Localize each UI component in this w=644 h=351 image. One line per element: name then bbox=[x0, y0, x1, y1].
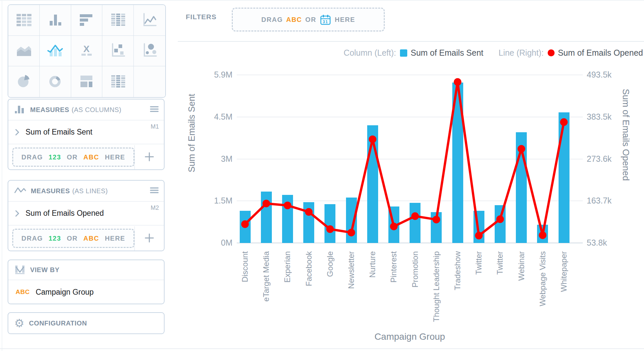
chart-line-point[interactable]: Google bbox=[326, 225, 334, 233]
bottom-border bbox=[0, 348, 644, 349]
measure-label: Sum of Emails Sent bbox=[25, 128, 92, 137]
chart-line-point[interactable]: eTarget Media bbox=[263, 200, 270, 207]
chevron-right-icon[interactable] bbox=[15, 128, 20, 136]
chart-line-point[interactable]: Nurture bbox=[369, 136, 376, 143]
chart-line-point[interactable]: Twitter bbox=[475, 232, 483, 239]
table-icon bbox=[14, 11, 34, 30]
measure-badge: M1 bbox=[151, 123, 159, 130]
measures-columns-drop-row: DRAG 123 OR ABC HERE bbox=[8, 144, 164, 170]
plot-area: DiscounteTarget MediaExperianFacebookGoo… bbox=[237, 75, 583, 243]
column-series-swatch bbox=[400, 49, 407, 57]
chart-line-point[interactable]: Twitter bbox=[496, 215, 504, 223]
legend-column-series: Sum of Emails Sent bbox=[411, 48, 483, 58]
chart-type-bar-chart[interactable] bbox=[71, 5, 103, 36]
chart-line-point[interactable]: Promotion bbox=[411, 212, 419, 220]
column-measure-icon bbox=[14, 104, 25, 115]
drop-word-drag: DRAG bbox=[261, 16, 283, 24]
chart-type-xy-chart[interactable]: X bbox=[71, 36, 103, 67]
x-axis-label: Twitter bbox=[495, 251, 505, 275]
measures-columns-header[interactable]: MEASURES (AS COLUMNS) bbox=[8, 99, 164, 120]
pivot-table-icon bbox=[108, 11, 128, 30]
hamburger-icon[interactable] bbox=[150, 106, 159, 114]
drop-word-here: HERE bbox=[105, 153, 125, 161]
measures-lines-header[interactable]: MEASURES (AS LINES) bbox=[8, 181, 164, 202]
gear-icon: ⚙ bbox=[14, 318, 24, 329]
filters-dropzone[interactable]: DRAG ABC OR 31 HERE bbox=[232, 8, 385, 31]
panel-subtitle: (AS LINES) bbox=[72, 187, 108, 195]
chevron-right-icon[interactable] bbox=[15, 209, 20, 217]
chart-type-blank[interactable] bbox=[134, 66, 165, 97]
chart-type-pie-chart[interactable] bbox=[8, 66, 40, 97]
chart-type-scatter-plot[interactable] bbox=[102, 36, 134, 67]
x-axis-label: Experian bbox=[282, 251, 292, 283]
right-axis-tick: 273.6k bbox=[587, 154, 640, 164]
legend-line-label: Line (Right): bbox=[499, 48, 544, 58]
chart-type-combo-chart[interactable] bbox=[40, 36, 71, 67]
x-axis-title: Campaign Group bbox=[237, 331, 583, 342]
area-chart-icon bbox=[14, 41, 34, 60]
left-axis-tick: 4.5M bbox=[178, 112, 232, 122]
add-measure-button[interactable] bbox=[134, 145, 164, 169]
chart-line-point[interactable]: Whitepaper bbox=[560, 118, 568, 126]
chart-type-donut-chart[interactable] bbox=[40, 66, 71, 97]
chart-line-point[interactable]: Webpage Visits bbox=[539, 231, 546, 239]
xy-chart-icon: X bbox=[76, 41, 96, 60]
configuration-header[interactable]: ⚙ CONFIGURATION bbox=[8, 313, 164, 333]
measures-lines-dropzone[interactable]: DRAG 123 OR ABC HERE bbox=[12, 229, 134, 248]
drop-word-here: HERE bbox=[105, 235, 125, 242]
x-axis-label: Facebook bbox=[304, 251, 314, 286]
chart-legend: Column (Left): Sum of Emails Sent Line (… bbox=[344, 48, 643, 58]
measures-lines-panel: MEASURES (AS LINES) Sum of Emails Opened… bbox=[8, 180, 165, 251]
view-by-label: Campaign Group bbox=[36, 288, 94, 297]
text-field-tag: ABC bbox=[83, 235, 99, 242]
chart-line-point[interactable]: Discount bbox=[241, 220, 249, 228]
chart-type-line-chart[interactable] bbox=[134, 5, 165, 36]
view-by-icon bbox=[14, 264, 25, 276]
chart-line-point[interactable]: Thought Leadership bbox=[432, 216, 440, 223]
add-measure-button[interactable] bbox=[134, 226, 164, 251]
measure-item-emails-opened[interactable]: Sum of Emails Opened M2 bbox=[8, 202, 164, 225]
x-axis-label: Newsletter bbox=[346, 251, 356, 289]
view-by-item-campaign-group[interactable]: ABC Campaign Group bbox=[8, 280, 164, 304]
chart-line-point[interactable]: Tradeshow bbox=[454, 78, 462, 86]
hamburger-icon[interactable] bbox=[150, 187, 159, 195]
left-axis-tick: 3M bbox=[178, 154, 232, 164]
x-axis-label: Twitter bbox=[473, 251, 484, 275]
chart-line-point[interactable]: Pinterest bbox=[390, 223, 398, 230]
measure-label: Sum of Emails Opened bbox=[25, 209, 104, 218]
left-axis-tick: 5.9M bbox=[178, 70, 232, 80]
chart-line-point[interactable]: Webinar bbox=[518, 145, 525, 153]
chart-line-point[interactable]: Facebook bbox=[305, 208, 313, 216]
text-field-tag: ABC bbox=[83, 153, 99, 161]
x-axis-label: Webpage Visits bbox=[537, 251, 548, 306]
measures-columns-dropzone[interactable]: DRAG 123 OR ABC HERE bbox=[12, 147, 134, 167]
view-by-header[interactable]: VIEW BY bbox=[8, 260, 164, 280]
numeric-field-tag: 123 bbox=[49, 235, 61, 242]
calendar-31-icon: 31 bbox=[320, 14, 331, 25]
chart-type-layout-chart[interactable] bbox=[71, 66, 103, 97]
line-series: DiscounteTarget MediaExperianFacebookGoo… bbox=[237, 75, 583, 243]
drop-word-or: OR bbox=[67, 153, 78, 161]
text-field-tag: ABC bbox=[286, 16, 302, 24]
x-axis-label: Thought Leadership bbox=[431, 251, 441, 322]
chart-type-bubble-chart[interactable] bbox=[134, 36, 165, 67]
x-axis-label: Pinterest bbox=[388, 251, 399, 283]
line-path bbox=[245, 82, 564, 236]
chart-type-column-chart[interactable] bbox=[40, 5, 71, 36]
chart-type-data-table[interactable] bbox=[102, 66, 134, 97]
chart-type-area-chart[interactable] bbox=[8, 36, 40, 67]
plus-icon bbox=[144, 151, 155, 163]
svg-text:31: 31 bbox=[323, 19, 328, 24]
chart-type-pivot-table[interactable] bbox=[102, 5, 134, 36]
x-axis-label: Tradeshow bbox=[452, 251, 463, 290]
scatter-plot-icon bbox=[108, 41, 128, 60]
chart-line-point[interactable]: Experian bbox=[284, 202, 291, 209]
filters-label: FILTERS bbox=[186, 13, 217, 21]
bar-chart-icon bbox=[76, 11, 96, 30]
measure-item-emails-sent[interactable]: Sum of Emails Sent M1 bbox=[8, 120, 164, 144]
legend-column-label: Column (Left): bbox=[344, 48, 396, 58]
left-border bbox=[2, 0, 2, 351]
chart-type-table[interactable] bbox=[8, 5, 40, 36]
measures-columns-panel: MEASURES (AS COLUMNS) Sum of Emails Sent… bbox=[8, 99, 165, 170]
chart-line-point[interactable]: Newsletter bbox=[348, 229, 355, 236]
